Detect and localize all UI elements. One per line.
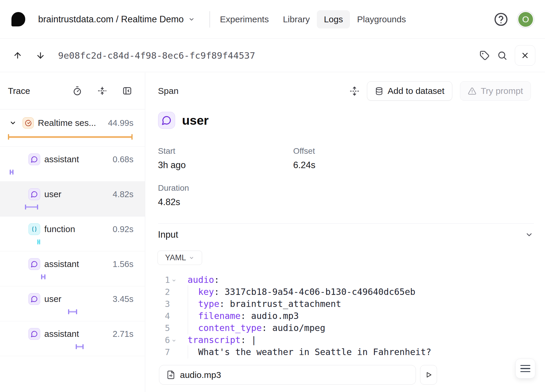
input-section-title: Input — [158, 229, 178, 240]
span-name: user — [182, 113, 209, 128]
circle-check-icon — [23, 117, 34, 129]
span-row-duration: 2.71s — [113, 329, 145, 339]
nav-logs[interactable]: Logs — [317, 10, 350, 28]
span-row-label: Realtime ses... — [38, 118, 96, 128]
trace-row-assistant[interactable]: assistant 0.68s — [0, 147, 145, 182]
collapse-all-icon[interactable] — [97, 86, 107, 96]
indent-guide — [188, 309, 188, 322]
chevron-down-icon — [189, 255, 194, 261]
span-panel-header: Span Add to dataset Try prompt — [146, 72, 545, 109]
section-divider — [158, 223, 534, 224]
avatar[interactable]: O — [517, 11, 534, 28]
span-row-duration: 3.45s — [113, 294, 145, 304]
close-button[interactable] — [515, 45, 535, 66]
nav-playgrounds[interactable]: Playgrounds — [350, 10, 413, 28]
fold-chevron-icon[interactable] — [170, 338, 178, 343]
audio-attachment-chip[interactable]: audio.mp3 — [159, 365, 416, 385]
message-bubble-icon — [28, 188, 40, 200]
message-bubble-icon — [28, 328, 40, 340]
top-navbar: braintrustdata.com / Realtime Demo Exper… — [0, 0, 545, 39]
line-number: 7 — [158, 347, 170, 357]
next-trace-button[interactable] — [32, 47, 49, 64]
span-header-actions: Add to dataset Try prompt — [350, 81, 531, 101]
chevron-down-icon[interactable] — [525, 231, 533, 239]
yaml-key: audio — [188, 275, 214, 285]
meta-offset: Offset 6.24s — [293, 146, 533, 170]
overflow-menu-button[interactable] — [515, 359, 535, 379]
avatar-initial: O — [522, 14, 529, 24]
trace-row-session[interactable]: Realtime ses... 44.99s — [0, 109, 145, 147]
search-icon[interactable] — [497, 50, 507, 60]
fold-chevron-icon[interactable] — [170, 278, 178, 283]
play-icon — [424, 371, 432, 379]
yaml-key: filename — [198, 311, 241, 321]
yaml-value: : | — [241, 335, 256, 345]
code-line: 7 What's the weather in Seattle in Fahre… — [146, 346, 545, 358]
trace-panel-header: Trace — [0, 72, 145, 109]
add-to-dataset-label: Add to dataset — [388, 86, 444, 96]
yaml-key: type — [198, 299, 219, 309]
line-number: 1 — [158, 275, 170, 285]
meta-value: 4.82s — [158, 197, 293, 207]
app-root: braintrustdata.com / Realtime Demo Exper… — [0, 0, 545, 392]
span-row-duration: 0.92s — [113, 224, 145, 234]
try-prompt-label: Try prompt — [481, 86, 523, 96]
code-line: 6 transcript: | — [146, 334, 545, 346]
close-icon — [521, 51, 529, 60]
trace-toolbar: 9e08fc2d-c84d-4f98-8ec6-fc9f89f44537 — [0, 39, 545, 72]
trace-row-assistant[interactable]: assistant 1.56s — [0, 251, 145, 286]
toolbar-right — [480, 45, 535, 66]
trace-header-icons — [72, 86, 132, 96]
trace-row-user[interactable]: user 4.82s — [0, 182, 145, 217]
collapse-panel-icon[interactable] — [122, 86, 132, 96]
meta-label: Offset — [293, 146, 533, 156]
add-to-dataset-button[interactable]: Add to dataset — [367, 81, 452, 101]
trace-panel: Trace Real — [0, 72, 145, 392]
span-row-duration: 44.99s — [108, 118, 145, 128]
span-row-label: user — [44, 189, 61, 199]
yaml-key: key — [198, 287, 214, 297]
code-line: 1 audio: — [146, 274, 545, 286]
timer-icon[interactable] — [72, 86, 82, 96]
chevron-down-icon[interactable] — [9, 119, 16, 126]
chevron-down-icon — [188, 16, 195, 23]
timeline-bar — [37, 239, 40, 244]
trace-row-user[interactable]: user 3.45s — [0, 286, 145, 321]
input-section-header[interactable]: Input — [158, 229, 534, 240]
message-bubble-icon — [28, 153, 40, 165]
try-prompt-button[interactable]: Try prompt — [460, 81, 531, 101]
indent-guide — [188, 297, 188, 310]
format-select-value: YAML — [165, 253, 186, 262]
audio-file-icon — [166, 370, 175, 379]
indent-guide — [188, 285, 188, 298]
span-row-label: assistant — [44, 154, 79, 164]
prev-trace-button[interactable] — [9, 47, 26, 64]
main-nav: Experiments Library Logs Playgrounds — [213, 10, 413, 28]
trace-row-assistant[interactable]: assistant 2.71s — [0, 321, 145, 356]
tag-icon[interactable] — [480, 50, 490, 60]
span-panel-title: Span — [158, 86, 179, 96]
message-bubble-icon — [28, 258, 40, 270]
nav-experiments[interactable]: Experiments — [213, 10, 276, 28]
format-select[interactable]: YAML — [158, 251, 202, 265]
meta-label: Duration — [158, 183, 293, 193]
unfold-vertical-icon[interactable] — [350, 86, 359, 96]
message-bubble-icon — [28, 293, 40, 305]
nav-library[interactable]: Library — [276, 10, 317, 28]
database-icon — [375, 87, 383, 95]
span-row-duration: 4.82s — [113, 190, 145, 199]
help-icon[interactable] — [493, 12, 509, 27]
trace-row-function[interactable]: function 0.92s — [0, 217, 145, 251]
line-number: 4 — [158, 311, 170, 321]
span-row-duration: 1.56s — [113, 259, 145, 269]
span-row-label: user — [44, 294, 61, 304]
arrow-down-icon — [36, 51, 45, 60]
play-audio-button[interactable] — [420, 365, 437, 385]
workspace-switcher[interactable]: braintrustdata.com / Realtime Demo — [38, 14, 195, 25]
line-number: 2 — [158, 287, 170, 297]
code-line: 4 filename: audio.mp3 — [146, 310, 545, 322]
message-bubble-icon — [158, 112, 175, 129]
code-line: 2 key: 3317cb18-9a54-4c06-b130-c49640dc6… — [146, 286, 545, 298]
yaml-value: : — [214, 275, 219, 285]
braintrust-logo-icon[interactable] — [11, 12, 25, 26]
